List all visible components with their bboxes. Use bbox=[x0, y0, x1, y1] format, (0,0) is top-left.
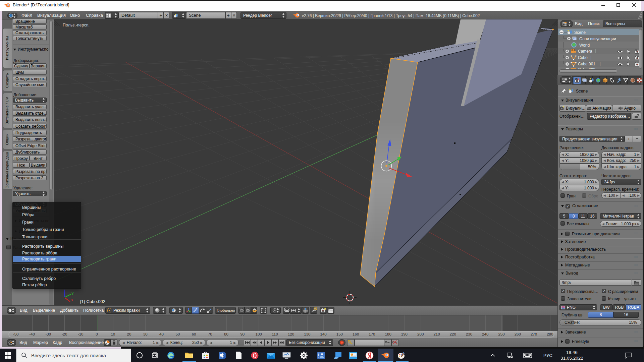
svg-text:(1) Cube.002: (1) Cube.002 bbox=[80, 299, 105, 304]
svg-text:i: i bbox=[11, 14, 11, 17]
svg-text:y: y bbox=[71, 290, 74, 295]
svg-text:Польз.-персп.: Польз.-персп. bbox=[63, 23, 90, 27]
svg-text:x: x bbox=[71, 297, 73, 302]
